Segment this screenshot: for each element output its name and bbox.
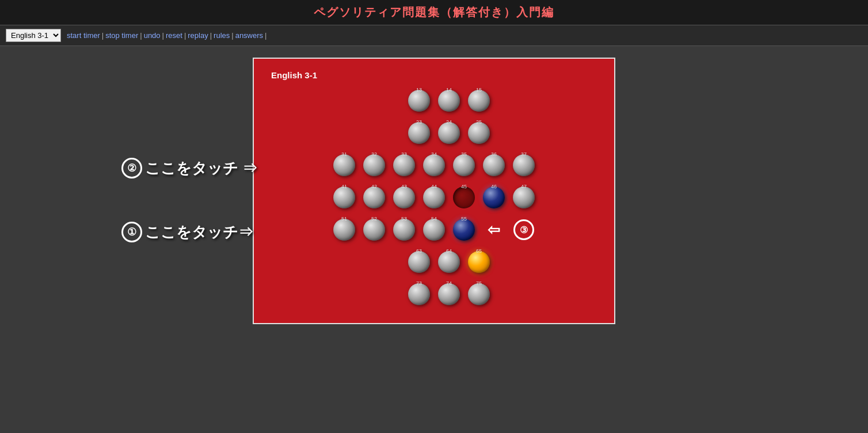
cell-47[interactable]: 47 — [509, 183, 539, 212]
peg-grid: 13 14 15 23 24 — [313, 86, 555, 309]
peg-54[interactable] — [423, 219, 445, 241]
peg-63[interactable] — [408, 251, 430, 273]
peg-23[interactable] — [408, 122, 430, 144]
sep5: | — [210, 31, 212, 40]
cell-23[interactable]: 23 — [404, 118, 434, 148]
cell-52[interactable]: 52 — [359, 215, 389, 245]
cell-14[interactable]: 14 — [434, 86, 464, 116]
cell-num-35: 35 — [461, 151, 467, 157]
cell-55[interactable]: 55 — [449, 215, 479, 245]
cell-num-65: 65 — [476, 248, 482, 254]
peg-74[interactable] — [438, 283, 460, 305]
sep4: | — [184, 31, 186, 40]
cell-31[interactable]: 31 — [329, 150, 359, 180]
peg-51[interactable] — [333, 219, 355, 241]
peg-24[interactable] — [438, 122, 460, 144]
cell-num-53: 53 — [401, 216, 407, 222]
cell-35[interactable]: 35 — [449, 150, 479, 180]
cell-num-63: 63 — [416, 248, 422, 254]
cell-64[interactable]: 64 — [434, 247, 464, 277]
cell-num-37: 37 — [521, 151, 527, 157]
cell-num-32: 32 — [371, 151, 377, 157]
cell-num-42: 42 — [371, 184, 377, 189]
peg-25[interactable] — [468, 122, 490, 144]
cell-41[interactable]: 41 — [329, 183, 359, 212]
undo-link[interactable]: undo — [144, 31, 161, 40]
peg-42[interactable] — [363, 187, 385, 208]
cell-56-arrow: ⇦ — [479, 215, 509, 245]
reset-link[interactable]: reset — [166, 31, 182, 40]
cell-44[interactable]: 44 — [419, 183, 449, 212]
peg-37[interactable] — [513, 154, 535, 176]
peg-row-1: 13 14 15 — [343, 86, 555, 116]
peg-32[interactable] — [363, 154, 385, 176]
cell-73[interactable]: 73 — [404, 279, 434, 309]
cell-34[interactable]: 34 — [419, 150, 449, 180]
rules-link[interactable]: rules — [214, 31, 230, 40]
cell-15[interactable]: 15 — [464, 86, 494, 116]
cell-53[interactable]: 53 — [389, 215, 419, 245]
peg-46-blue[interactable] — [483, 187, 505, 208]
cell-24[interactable]: 24 — [434, 118, 464, 148]
toolbar: English 3-1 English 3-2 English 3-3 star… — [0, 25, 868, 46]
cell-46[interactable]: 46 — [479, 183, 509, 212]
peg-36[interactable] — [483, 154, 505, 176]
peg-31[interactable] — [333, 154, 355, 176]
peg-row-3: 31 32 33 34 35 — [313, 150, 555, 180]
cell-75[interactable]: 75 — [464, 279, 494, 309]
board-container: English 3-1 13 14 15 — [253, 58, 615, 324]
cell-num-64: 64 — [446, 248, 452, 254]
sep6: | — [231, 31, 233, 40]
peg-65-gold[interactable] — [468, 251, 490, 273]
peg-52[interactable] — [363, 219, 385, 241]
peg-row-7: 73 74 75 — [343, 279, 555, 309]
peg-35[interactable] — [453, 154, 475, 176]
cell-num-75: 75 — [476, 280, 482, 286]
answers-link[interactable]: answers — [235, 31, 263, 40]
cell-32[interactable]: 32 — [359, 150, 389, 180]
start-timer-link[interactable]: start timer — [67, 31, 100, 40]
cell-36[interactable]: 36 — [479, 150, 509, 180]
peg-47[interactable] — [513, 187, 535, 208]
peg-13[interactable] — [408, 90, 430, 112]
peg-64[interactable] — [438, 251, 460, 273]
peg-33[interactable] — [393, 154, 415, 176]
peg-43[interactable] — [393, 187, 415, 208]
cell-45[interactable]: 45 — [449, 183, 479, 212]
cell-74[interactable]: 74 — [434, 279, 464, 309]
peg-14[interactable] — [438, 90, 460, 112]
peg-73[interactable] — [408, 283, 430, 305]
peg-75[interactable] — [468, 283, 490, 305]
peg-41[interactable] — [333, 187, 355, 208]
cell-33[interactable]: 33 — [389, 150, 419, 180]
cell-42[interactable]: 42 — [359, 183, 389, 212]
cell-num-24: 24 — [446, 119, 452, 125]
cell-63[interactable]: 63 — [404, 247, 434, 277]
cell-25[interactable]: 25 — [464, 118, 494, 148]
stop-timer-link[interactable]: stop timer — [105, 31, 138, 40]
main-content: English 3-1 13 14 15 — [0, 46, 868, 336]
cell-13[interactable]: 13 — [404, 86, 434, 116]
instruction-2-text: ここをタッチ ⇒ — [145, 158, 257, 178]
cell-65[interactable]: 65 — [464, 247, 494, 277]
cell-54[interactable]: 54 — [419, 215, 449, 245]
puzzle-select[interactable]: English 3-1 English 3-2 English 3-3 — [6, 29, 61, 42]
peg-15[interactable] — [468, 90, 490, 112]
cell-num-52: 52 — [371, 216, 377, 222]
replay-link[interactable]: replay — [188, 31, 208, 40]
cell-num-33: 33 — [401, 151, 407, 157]
cell-43[interactable]: 43 — [389, 183, 419, 212]
cell-51[interactable]: 51 — [329, 215, 359, 245]
title-bar: ペグソリティア問題集（解答付き）入門編 — [0, 0, 868, 25]
peg-44[interactable] — [423, 187, 445, 208]
board-title: English 3-1 — [271, 70, 597, 80]
cell-num-41: 41 — [341, 184, 347, 189]
hole-45[interactable] — [453, 187, 475, 208]
peg-55-blue[interactable] — [453, 219, 475, 241]
peg-34[interactable] — [423, 154, 445, 176]
cell-37[interactable]: 37 — [509, 150, 539, 180]
circle-1: ① — [121, 222, 142, 242]
peg-53[interactable] — [393, 219, 415, 241]
cell-num-13: 13 — [416, 87, 422, 93]
sep3: | — [162, 31, 164, 40]
